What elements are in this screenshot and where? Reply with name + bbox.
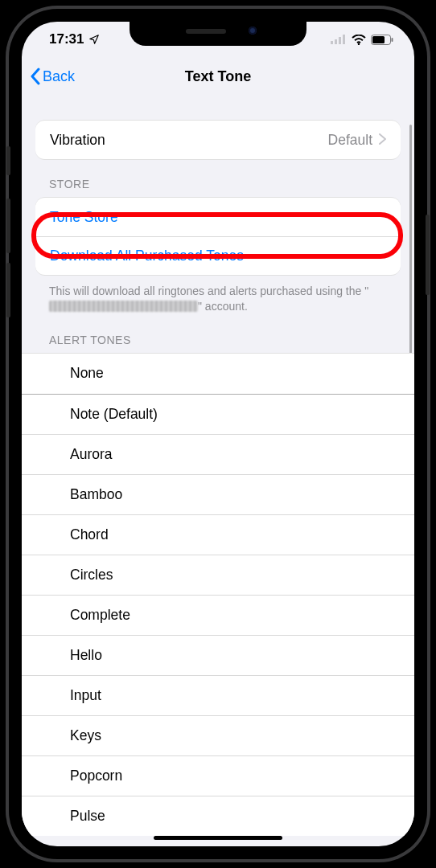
svg-rect-7: [392, 38, 393, 42]
alert-tone-cell[interactable]: Input: [22, 675, 414, 715]
alert-tone-label: Popcorn: [70, 768, 122, 784]
page-title: Text Tone: [185, 68, 251, 85]
svg-rect-3: [343, 35, 345, 44]
notch: [130, 22, 306, 46]
volume-down-button[interactable]: [6, 263, 10, 317]
svg-rect-1: [335, 39, 337, 44]
volume-up-button[interactable]: [6, 199, 10, 253]
power-button[interactable]: [426, 215, 430, 295]
download-all-label: Download All Purchased Tones: [50, 248, 244, 264]
mute-switch[interactable]: [6, 146, 10, 175]
back-label: Back: [43, 68, 75, 85]
alert-tone-cell[interactable]: Bamboo: [22, 474, 414, 514]
alert-tone-cell[interactable]: Note (Default): [22, 394, 414, 434]
svg-rect-6: [372, 36, 385, 43]
alert-tone-label: Circles: [70, 567, 113, 583]
alert-tone-label: Input: [70, 687, 101, 704]
phone-frame: 17:31: [6, 6, 430, 862]
store-footer-pre: This will download all ringtones and ale…: [49, 285, 368, 297]
tone-store-cell[interactable]: Tone Store: [35, 198, 401, 236]
content-scroll[interactable]: Vibration Default STORE Tone Store Downl…: [22, 110, 414, 846]
download-all-cell[interactable]: Download All Purchased Tones: [35, 236, 401, 275]
alert-tones-list: NoneNote (Default)AuroraBambooChordCircl…: [22, 353, 414, 837]
alert-tone-cell[interactable]: Chord: [22, 514, 414, 555]
alert-tone-label: Bamboo: [70, 486, 122, 503]
store-footer: This will download all ringtones and ale…: [22, 276, 414, 316]
alert-tone-label: None: [70, 365, 104, 382]
vibration-label: Vibration: [50, 132, 105, 149]
nav-bar: Back Text Tone: [22, 57, 414, 96]
svg-point-4: [358, 43, 360, 44]
alert-tone-cell[interactable]: Keys: [22, 715, 414, 755]
alert-tones-header: ALERT TONES: [22, 316, 414, 353]
alert-tone-label: Hello: [70, 647, 102, 664]
status-time: 17:31: [49, 31, 84, 47]
store-header: STORE: [22, 160, 414, 197]
vibration-group: Vibration Default: [35, 120, 401, 160]
alert-tone-label: Chord: [70, 526, 109, 543]
alert-tone-label: Note (Default): [70, 406, 158, 423]
battery-icon: [371, 35, 393, 45]
alert-tone-label: Keys: [70, 727, 101, 744]
store-group: Tone Store Download All Purchased Tones: [35, 197, 401, 276]
location-icon: [88, 34, 100, 45]
back-button[interactable]: Back: [30, 57, 75, 96]
wifi-icon: [352, 35, 366, 45]
chevron-right-icon: [379, 132, 386, 149]
cellular-icon: [331, 35, 347, 44]
alert-tone-cell[interactable]: None: [22, 354, 414, 394]
alert-tone-cell[interactable]: Pulse: [22, 796, 414, 836]
redacted-account: [49, 301, 198, 312]
vibration-cell[interactable]: Vibration Default: [35, 121, 401, 159]
alert-tone-cell[interactable]: Hello: [22, 635, 414, 675]
alert-tone-cell[interactable]: Aurora: [22, 434, 414, 474]
alert-tone-cell[interactable]: Complete: [22, 595, 414, 635]
alert-tone-cell[interactable]: Popcorn: [22, 755, 414, 796]
svg-rect-2: [339, 37, 341, 44]
screen: 17:31: [22, 22, 414, 846]
tone-store-label: Tone Store: [50, 209, 118, 226]
alert-tone-label: Aurora: [70, 446, 113, 463]
alert-tone-label: Pulse: [70, 808, 105, 825]
svg-rect-0: [331, 41, 333, 44]
alert-tone-label: Complete: [70, 607, 130, 624]
vibration-value: Default: [328, 132, 372, 149]
home-indicator[interactable]: [154, 836, 282, 840]
chevron-left-icon: [30, 68, 41, 85]
alert-tone-cell[interactable]: Circles: [22, 555, 414, 595]
store-footer-post: " account.: [198, 300, 248, 313]
